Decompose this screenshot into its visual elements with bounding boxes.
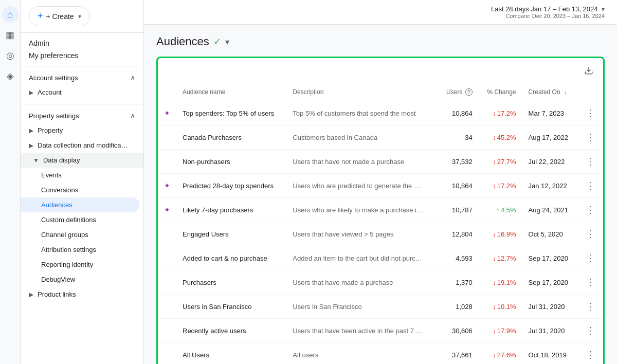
ai-cell [158, 270, 176, 295]
more-options-button[interactable]: ⋮ [584, 106, 597, 120]
users-cell: 10,787 [438, 198, 479, 222]
arrow-down-icon: ↓ [493, 351, 496, 359]
users-cell: 1,028 [438, 295, 479, 319]
table-row: Recently active usersUsers that have bee… [158, 319, 603, 343]
description-cell: Top 5% of customers that spend the most [286, 101, 438, 125]
more-options-button[interactable]: ⋮ [584, 131, 597, 144]
created-on-cell: Jul 31, 2020 [522, 319, 577, 343]
change-value: ↓ 45.2% [485, 134, 516, 141]
property-settings-label: Property settings [29, 112, 79, 120]
col-created-on[interactable]: Created On ↓ [522, 83, 577, 101]
change-value: ↓ 17.2% [485, 110, 516, 117]
ai-cell [158, 319, 176, 343]
date-range[interactable]: Last 28 days Jan 17 – Feb 13, 2024 ▾ Com… [491, 5, 605, 19]
sidebar-item-audiences[interactable]: Audiences [21, 197, 139, 212]
more-options-button[interactable]: ⋮ [584, 203, 597, 216]
property-settings-chevron-icon: ∧ [130, 112, 135, 120]
property-item-label: Property [38, 126, 63, 134]
table-row: ✦Likely 7-day purchasersUsers who are li… [158, 198, 603, 222]
sidebar-item-data-collection[interactable]: ▶ Data collection and modifica… [21, 138, 143, 153]
sidebar-item-property[interactable]: ▶ Property [21, 123, 143, 138]
users-cell: 10,864 [438, 174, 479, 198]
sidebar: + + Create ▾ Admin My preferences Accoun… [21, 0, 144, 364]
property-settings-section: Property settings ∧ ▶ Property ▶ Data co… [21, 104, 143, 306]
sidebar-item-attribution-settings[interactable]: Attribution settings [21, 242, 143, 257]
more-options-button[interactable]: ⋮ [584, 179, 597, 192]
ai-cell [158, 343, 176, 365]
arrow-down-icon: ↓ [493, 254, 496, 262]
property-settings-header[interactable]: Property settings ∧ [21, 108, 143, 123]
arrow-down-icon: ↓ [493, 134, 496, 141]
table-row: Engaged UsersUsers that have viewed > 5 … [158, 222, 603, 246]
col-audience-name: Audience name [176, 83, 286, 101]
created-on-cell: Jul 31, 2020 [522, 295, 577, 319]
more-options-button[interactable]: ⋮ [584, 227, 597, 241]
more-options-button[interactable]: ⋮ [584, 324, 597, 337]
create-button[interactable]: + + Create ▾ [29, 6, 90, 26]
users-cell: 37,532 [438, 150, 479, 174]
sidebar-item-channel-groups[interactable]: Channel groups [21, 227, 143, 242]
actions-cell: ⋮ [577, 295, 603, 319]
create-label: + Create [46, 12, 74, 21]
actions-cell: ⋮ [577, 246, 603, 270]
icon-rail: ⌂ ▦ ◎ ◈ [0, 0, 21, 364]
change-value: ↓ 27.7% [485, 158, 516, 166]
table-row: Users in San FranciscoUsers in San Franc… [158, 295, 603, 319]
change-value: ↓ 16.9% [485, 230, 516, 238]
page-header: Audiences ✓ ▾ [156, 35, 605, 48]
sidebar-item-events[interactable]: Events [21, 168, 143, 183]
description-cell: Users that have made a purchase [286, 270, 438, 295]
sidebar-item-custom-definitions[interactable]: Custom definitions [21, 212, 143, 227]
change-cell: ↓ 16.9% [479, 222, 522, 246]
col-ai [158, 83, 176, 101]
sidebar-item-product-links[interactable]: ▶ Product links [21, 287, 143, 302]
arrow-up-icon: ↑ [496, 206, 500, 214]
change-cell: ↓ 10.1% [479, 295, 522, 319]
audience-name-cell: Recently active users [176, 319, 286, 343]
description-cell: Users that have not made a purchase [286, 150, 438, 174]
users-cell: 12,804 [438, 222, 479, 246]
table-toolbar [158, 58, 603, 83]
account-settings-chevron-icon: ∧ [130, 74, 135, 82]
ai-cell [158, 295, 176, 319]
actions-cell: ⋮ [577, 198, 603, 222]
more-options-button[interactable]: ⋮ [584, 251, 597, 265]
data-display-submenu: Events Conversions Audiences Custom defi… [21, 168, 143, 287]
account-settings-header[interactable]: Account settings ∧ [21, 70, 143, 85]
change-cell: ↓ 12.7% [479, 246, 522, 270]
more-options-button[interactable]: ⋮ [584, 276, 597, 289]
page-title-chevron-icon[interactable]: ▾ [225, 37, 229, 47]
users-cell: 34 [438, 125, 479, 150]
change-value: ↓ 17.2% [485, 182, 516, 190]
more-options-button[interactable]: ⋮ [584, 155, 597, 168]
arrow-down-icon: ↓ [493, 303, 496, 311]
sidebar-item-account[interactable]: ▶ Account [21, 85, 143, 100]
actions-cell: ⋮ [577, 125, 603, 150]
sidebar-item-reporting-identity[interactable]: Reporting identity [21, 257, 143, 272]
actions-cell: ⋮ [577, 319, 603, 343]
change-cell: ↓ 17.2% [479, 101, 522, 125]
analytics-icon[interactable]: ▦ [2, 27, 19, 43]
actions-cell: ⋮ [577, 174, 603, 198]
more-options-button[interactable]: ⋮ [584, 300, 597, 313]
data-display-arrow-icon: ▼ [33, 157, 39, 164]
search-icon[interactable]: ◎ [2, 47, 19, 64]
sidebar-item-conversions[interactable]: Conversions [21, 183, 143, 197]
product-links-arrow-icon: ▶ [29, 291, 33, 298]
date-range-chevron-icon: ▾ [602, 6, 605, 13]
product-links-label: Product links [38, 290, 76, 298]
sidebar-item-data-display[interactable]: ▼ Data display [21, 153, 143, 168]
home-icon[interactable]: ⌂ [2, 6, 19, 23]
description-cell: Users who are likely to make a purchase … [286, 198, 438, 222]
change-cell: ↑ 4.5% [479, 198, 522, 222]
description-cell: Users that have been active in the past … [286, 319, 438, 343]
more-options-button[interactable]: ⋮ [584, 348, 597, 361]
download-icon[interactable] [580, 62, 597, 79]
actions-cell: ⋮ [577, 101, 603, 125]
ad-icon[interactable]: ◈ [2, 68, 19, 84]
sidebar-item-debugview[interactable]: DebugView [21, 272, 143, 287]
ai-icon: ✦ [164, 181, 170, 190]
users-cell: 30,606 [438, 319, 479, 343]
my-preferences-item[interactable]: My preferences [21, 49, 143, 66]
col-description: Description [286, 83, 438, 101]
